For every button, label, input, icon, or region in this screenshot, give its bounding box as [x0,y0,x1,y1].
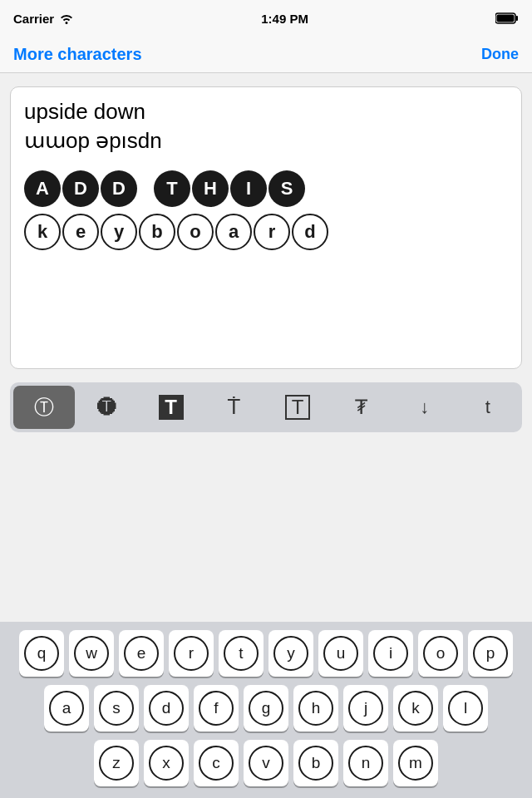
key-z[interactable]: z [94,740,139,786]
svg-rect-2 [497,15,515,22]
key-r[interactable]: r [169,630,214,677]
key-g-circle: g [249,691,283,726]
style-circled-outline-icon: Ⓣ [34,394,54,421]
style-squared-outline[interactable]: T [267,386,328,429]
key-d-circle: d [149,691,184,726]
circled-outline-row: k e y b o a r d [24,214,508,250]
key-e-circle: e [124,636,159,671]
key-f[interactable]: f [194,685,239,732]
style-circled-filled-icon: 🅣 [97,396,117,419]
circle-T: T [154,170,190,207]
circle-I: I [230,170,267,207]
key-t[interactable]: t [219,630,264,677]
circle-A: A [24,170,61,207]
key-h-circle: h [298,691,333,726]
circle-D2: D [101,170,137,207]
key-l-circle: l [448,691,483,726]
circle-D1: D [62,170,99,207]
keyboard-row-3: z x c v b n m [3,740,529,786]
circle-d: d [292,214,328,250]
key-u-circle: u [323,636,358,671]
battery-icon [495,12,519,24]
key-u[interactable]: u [318,630,363,677]
key-p[interactable]: p [468,630,513,677]
text-line-2: ɯɯop əpısdn [24,128,508,154]
key-y-circle: y [273,636,308,671]
key-l[interactable]: l [443,685,488,732]
key-s[interactable]: s [94,685,139,732]
key-v[interactable]: v [244,740,288,786]
status-battery [495,12,519,24]
key-m-circle: m [398,746,433,781]
circle-S: S [268,170,305,207]
key-k-circle: k [398,691,433,726]
circle-y: y [101,214,137,250]
key-k[interactable]: k [393,685,438,732]
keyboard-row-1: q w e r t y u i o p [3,630,529,677]
style-squared-outline-icon: T [285,395,310,420]
circle-b: b [139,214,175,250]
key-j-circle: j [348,691,383,726]
key-i[interactable]: i [368,630,413,677]
key-w-circle: w [74,636,109,671]
key-o-circle: o [423,636,458,671]
circled-filled-row: A D D T H I S [24,170,508,207]
nav-bar: More characters Done [0,37,532,73]
key-a-circle: a [49,691,84,726]
key-w[interactable]: w [69,630,114,677]
key-c-circle: c [199,746,234,781]
key-m[interactable]: m [393,740,438,786]
circle-o: o [177,214,214,250]
key-b-circle: b [298,746,333,781]
style-strikethrough-t[interactable]: ₮ [330,386,392,429]
key-n[interactable]: n [343,740,388,786]
key-z-circle: z [99,746,134,781]
key-v-circle: v [249,746,283,781]
key-q-circle: q [24,636,59,671]
key-j[interactable]: j [343,685,388,732]
key-h[interactable]: h [293,685,338,732]
key-p-circle: p [473,636,508,671]
svg-rect-1 [516,16,519,21]
style-dotted-t[interactable]: Ṫ [204,386,265,429]
key-a[interactable]: a [44,685,89,732]
key-f-circle: f [199,691,234,726]
style-dotted-t-icon: Ṫ [228,396,240,419]
nav-title: More characters [13,45,142,64]
key-b[interactable]: b [293,740,338,786]
circle-e: e [62,214,99,250]
key-g[interactable]: g [244,685,288,732]
keyboard: q w e r t y u i o p a s d f g h j k l z … [0,622,532,798]
style-circled-outline[interactable]: Ⓣ [13,386,75,429]
style-circled-filled[interactable]: 🅣 [76,386,138,429]
key-q[interactable]: q [19,630,64,677]
style-arrow-t[interactable]: ↓ [394,386,456,429]
circle-a: a [215,214,252,250]
done-button[interactable]: Done [481,46,519,63]
key-y[interactable]: y [268,630,313,677]
status-bar: Carrier 1:49 PM [0,0,532,37]
text-line-1: upside down [24,99,508,125]
text-area[interactable]: upside down ɯɯop əpısdn A D D T H I S k … [10,86,522,369]
key-x-circle: x [149,746,184,781]
key-n-circle: n [348,746,383,781]
circle-k: k [24,214,61,250]
key-d[interactable]: d [144,685,189,732]
key-r-circle: r [174,636,209,671]
style-squared-filled-icon: T [159,395,184,420]
key-e[interactable]: e [119,630,164,677]
key-t-circle: t [224,636,259,671]
style-squared-filled[interactable]: T [140,386,202,429]
style-bar: Ⓣ 🅣 T Ṫ T ₮ ↓ t [10,382,522,432]
style-arrow-t-icon: ↓ [420,397,429,418]
wifi-icon [59,12,74,24]
keyboard-row-2: a s d f g h j k l [3,685,529,732]
key-i-circle: i [373,636,408,671]
key-c[interactable]: c [194,740,239,786]
key-o[interactable]: o [418,630,463,677]
key-s-circle: s [99,691,134,726]
key-x[interactable]: x [144,740,189,786]
style-plain-t[interactable]: t [457,386,519,429]
style-plain-t-icon: t [485,397,490,418]
status-carrier: Carrier [13,12,74,26]
